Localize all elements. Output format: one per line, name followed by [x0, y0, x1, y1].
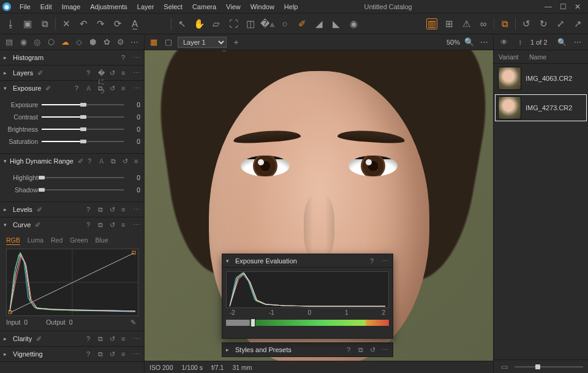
brightness-slider[interactable]: Brightness0 — [4, 124, 140, 135]
copy-icon[interactable]: ⧉ — [98, 350, 105, 358]
warning-icon[interactable]: ⚠ — [461, 18, 472, 29]
copy-icon[interactable]: ⧉ — [111, 157, 118, 165]
cursor-icon[interactable]: ↖ — [176, 18, 187, 29]
copy-icon[interactable]: ⧉ — [98, 206, 105, 213]
menu-camera[interactable]: Camera — [187, 3, 221, 10]
more-icon[interactable]: ⋯ — [133, 69, 140, 77]
copy-icon[interactable]: ⧉ — [98, 85, 105, 92]
auto-icon[interactable]: A — [86, 85, 94, 92]
process-icon[interactable]: ⤢ — [555, 18, 566, 29]
reset-icon[interactable]: ↺ — [110, 221, 117, 228]
help-icon[interactable]: ? — [86, 221, 94, 228]
erase-icon[interactable]: ◢ — [314, 18, 325, 29]
help-icon[interactable]: ? — [75, 85, 82, 92]
help-icon[interactable]: ? — [370, 257, 377, 265]
preset-icon[interactable]: ≡ — [121, 85, 129, 92]
menu-adjustments[interactable]: Adjustments — [85, 3, 132, 10]
shadow-slider[interactable]: Shadow0 — [4, 184, 140, 195]
more-icon[interactable]: ⋯ — [133, 350, 140, 358]
chevron-right-icon[interactable]: ▸ — [4, 206, 10, 213]
tab-metadata-icon[interactable]: ✿ — [102, 37, 111, 47]
reject-icon[interactable]: ✕ — [61, 18, 72, 29]
tab-exposure-icon[interactable]: ☁ — [61, 37, 70, 47]
menu-view[interactable]: View — [221, 3, 246, 10]
tab-more-icon[interactable]: ⋯ — [130, 37, 139, 47]
tab-local-icon[interactable]: ⬢ — [88, 37, 97, 47]
thumb-size-slider[interactable] — [514, 366, 583, 367]
more-icon[interactable]: ⋯ — [382, 257, 389, 265]
chevron-right-icon[interactable]: ▸ — [226, 347, 232, 353]
menu-help[interactable]: Help — [279, 3, 303, 10]
exposure-evaluation-panel[interactable]: ▾ Exposure Evaluation ?⋯ -2 -1 0 — [222, 254, 393, 339]
chevron-down-icon[interactable]: ▾ — [4, 222, 10, 228]
curve-tab-blue[interactable]: Blue — [95, 236, 108, 245]
tab-capture-icon[interactable]: ◉ — [19, 37, 28, 47]
help-icon[interactable]: ? — [86, 335, 94, 342]
preset-icon[interactable]: ≡ — [121, 350, 129, 358]
proof-icon[interactable]: ▥ — [426, 18, 437, 29]
layer-select[interactable]: Layer 1 — [178, 37, 227, 48]
browser-more-icon[interactable]: ⋯ — [572, 37, 583, 48]
tab-output-icon[interactable]: ⚙ — [116, 37, 126, 47]
preset-icon[interactable]: ≡ — [121, 206, 129, 213]
reset-icon[interactable]: ↺ — [110, 335, 117, 342]
sort-icon[interactable]: ↕ — [514, 37, 526, 48]
preset-icon[interactable]: ≡ — [134, 157, 141, 165]
focus-mask-icon[interactable]: ∞ — [478, 18, 489, 29]
import-icon[interactable]: ⭳ — [5, 18, 16, 29]
gradient-icon[interactable]: ◣ — [331, 18, 342, 29]
chevron-right-icon[interactable]: ▸ — [4, 351, 10, 357]
help-icon[interactable]: ? — [86, 69, 94, 77]
variant-row[interactable]: IMG_4063.CR2 — [494, 64, 588, 93]
chevron-right-icon[interactable]: ▸ — [4, 70, 10, 76]
saturation-slider[interactable]: Saturation0 — [4, 136, 140, 147]
menu-window[interactable]: Window — [246, 3, 279, 10]
reset-icon[interactable]: ↺ — [110, 69, 117, 77]
reset-icon[interactable]: ↺ — [110, 350, 117, 358]
visibility-icon[interactable]: 👁 — [499, 37, 510, 48]
chevron-right-icon[interactable]: ▸ — [4, 55, 10, 61]
undo-icon[interactable]: ↶ — [78, 18, 89, 29]
grid-icon[interactable]: ⊞ — [443, 18, 454, 29]
menu-select[interactable]: Select — [159, 3, 187, 10]
rotate-right-icon[interactable]: ↻ — [538, 18, 549, 29]
help-icon[interactable]: ? — [86, 206, 94, 213]
tab-library-icon[interactable]: ▤ — [5, 37, 14, 47]
copy-icon[interactable]: ⧉ — [98, 335, 105, 342]
menu-file[interactable]: File — [15, 3, 36, 10]
brush-icon[interactable]: ✐ — [296, 18, 307, 29]
window-minimize-icon[interactable]: — — [544, 2, 552, 11]
browser-icon[interactable]: ⧉ — [499, 18, 510, 29]
reset-icon[interactable]: ↺ — [110, 206, 117, 213]
rotate-left-icon[interactable]: ↺ — [521, 18, 532, 29]
copy-icon[interactable]: �につ — [98, 69, 105, 77]
live-view-icon[interactable]: ⧉ — [39, 18, 50, 29]
more-icon[interactable]: ⋯ — [133, 85, 140, 92]
preset-icon[interactable]: ≡ — [121, 221, 129, 228]
brush-small-icon[interactable]: ✐ — [35, 221, 42, 228]
menu-image[interactable]: Image — [57, 3, 86, 10]
export-icon[interactable]: ↗ — [572, 18, 583, 29]
highlight-slider[interactable]: Highlight0 — [4, 172, 140, 183]
chevron-down-icon[interactable]: ▾ — [4, 85, 10, 91]
view-grid-icon[interactable]: ▦ — [148, 37, 159, 48]
reset-icon[interactable]: ↺ — [370, 346, 377, 353]
menu-edit[interactable]: Edit — [36, 3, 57, 10]
search-icon[interactable]: 🔍 — [556, 37, 567, 48]
thumb-size-icon[interactable]: ▭ — [499, 361, 510, 372]
keystone-icon[interactable]: �⟁ — [262, 18, 273, 29]
spot-icon[interactable]: ○ — [279, 18, 290, 29]
help-icon[interactable]: ? — [347, 346, 354, 353]
more-icon[interactable]: ⋯ — [382, 346, 389, 353]
variant-row[interactable]: IMG_4273.CR2 — [494, 93, 588, 122]
crop-icon[interactable]: ⛶ — [228, 18, 239, 29]
ev-indicator[interactable] — [251, 318, 255, 327]
curve-tab-red[interactable]: Red — [51, 236, 62, 245]
brush-small-icon[interactable]: ✐ — [78, 157, 83, 165]
tab-color-icon[interactable]: ⬡ — [47, 37, 56, 47]
exposure-slider[interactable]: Exposure0 — [4, 99, 140, 110]
add-layer-icon[interactable]: ＋ — [230, 37, 241, 48]
brush-small-icon[interactable]: ✐ — [45, 85, 53, 92]
curve-tab-green[interactable]: Green — [70, 236, 88, 245]
tab-details-icon[interactable]: ◇ — [75, 37, 84, 47]
